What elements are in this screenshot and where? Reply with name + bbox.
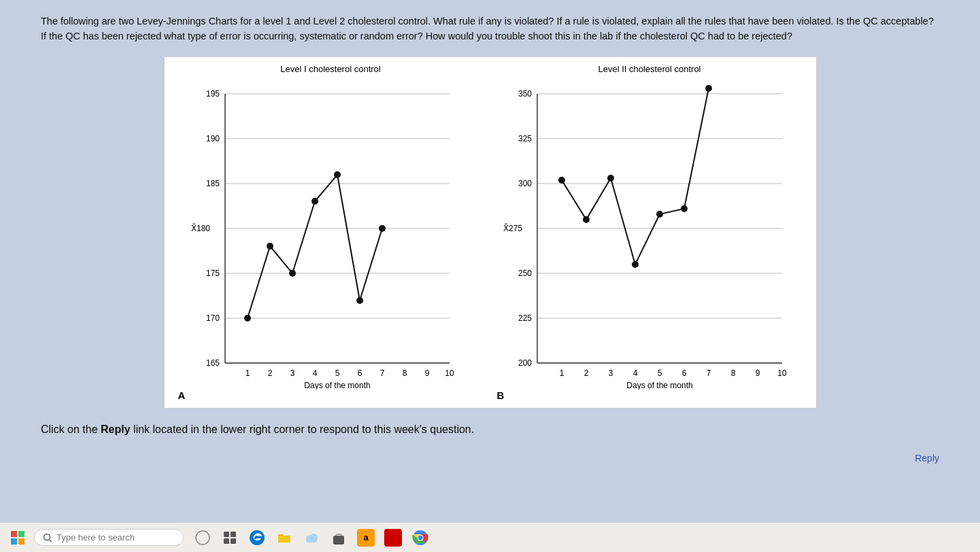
edge-browser-icon[interactable] — [245, 525, 269, 550]
svg-text:195: 195 — [206, 89, 220, 99]
svg-point-66 — [681, 205, 688, 212]
taskbar-search-input[interactable] — [56, 532, 165, 542]
svg-text:9: 9 — [756, 368, 760, 378]
svg-text:5: 5 — [335, 368, 340, 378]
svg-rect-78 — [231, 538, 236, 544]
svg-point-90 — [418, 535, 423, 540]
instruction-suffix: link located in the lower right corner t… — [131, 424, 475, 435]
svg-rect-84 — [333, 536, 344, 545]
shopping-bag-icon — [330, 529, 348, 547]
svg-text:Days of the month: Days of the month — [304, 381, 370, 390]
chart-b-wrapper: Level II cholesterol control 350 325 300 — [490, 64, 809, 390]
chart-label-b: B — [490, 390, 809, 401]
charts-container: Level I cholesterol control 195 190 — [164, 56, 817, 409]
svg-rect-71 — [18, 538, 24, 545]
svg-point-33 — [379, 225, 386, 232]
svg-point-29 — [289, 270, 296, 277]
svg-text:350: 350 — [518, 89, 532, 99]
svg-text:1: 1 — [560, 368, 564, 378]
cloud-icon — [303, 529, 320, 547]
svg-text:7: 7 — [707, 368, 711, 378]
weather-icon[interactable] — [299, 525, 324, 550]
amazon-icon[interactable]: a — [354, 525, 378, 550]
svg-point-27 — [244, 315, 251, 322]
folder-icon — [275, 529, 293, 547]
chart-b-svg: 350 325 300 X̄275 250 225 — [496, 77, 802, 390]
svg-text:1: 1 — [246, 368, 250, 378]
svg-text:8: 8 — [731, 368, 736, 378]
svg-text:Days of the month: Days of the month — [626, 381, 692, 390]
taskbar-icons: a — [190, 525, 433, 550]
svg-text:3: 3 — [609, 368, 613, 378]
svg-text:325: 325 — [518, 134, 532, 143]
svg-rect-77 — [224, 538, 229, 544]
start-button[interactable] — [5, 525, 30, 550]
search-icon — [43, 533, 52, 542]
svg-point-30 — [311, 198, 318, 205]
instruction-prefix: Click on the — [41, 424, 101, 435]
cortana-circle-icon — [195, 530, 210, 545]
svg-text:X̄180: X̄180 — [191, 224, 210, 233]
svg-text:2: 2 — [268, 368, 273, 378]
reply-section: Reply — [41, 445, 939, 470]
svg-point-79 — [250, 530, 265, 545]
svg-text:225: 225 — [518, 313, 532, 323]
svg-rect-70 — [11, 538, 17, 545]
svg-text:9: 9 — [425, 368, 430, 378]
task-view-icon[interactable] — [218, 525, 242, 550]
svg-text:8: 8 — [403, 368, 407, 378]
svg-text:185: 185 — [206, 179, 220, 188]
chart-label-a: A — [171, 390, 490, 401]
chrome-browser-icon — [411, 529, 429, 547]
svg-text:6: 6 — [358, 368, 362, 378]
chart-a-title: Level I cholesterol control — [280, 64, 380, 74]
svg-line-73 — [50, 539, 52, 542]
svg-rect-69 — [18, 531, 24, 537]
task-view-squares-icon — [222, 530, 237, 545]
chart-a-wrapper: Level I cholesterol control 195 190 — [171, 64, 490, 390]
taskbar-search-box[interactable] — [34, 529, 184, 546]
svg-text:170: 170 — [206, 313, 220, 323]
reply-link[interactable]: Reply — [915, 453, 939, 464]
svg-text:10: 10 — [777, 368, 787, 378]
question-text: The following are two Levey-Jennings Cha… — [41, 14, 939, 44]
store-icon[interactable] — [326, 525, 351, 550]
svg-point-74 — [196, 531, 209, 545]
svg-point-32 — [356, 297, 363, 304]
taskbar: a — [0, 522, 980, 552]
chrome-icon[interactable] — [408, 525, 433, 550]
svg-text:X̄275: X̄275 — [503, 224, 522, 233]
svg-rect-76 — [231, 532, 236, 537]
svg-text:2: 2 — [584, 368, 589, 378]
chart-b-title: Level II cholesterol control — [598, 64, 700, 74]
svg-text:7: 7 — [380, 368, 385, 378]
svg-text:6: 6 — [682, 368, 687, 378]
edge-icon — [248, 529, 266, 547]
svg-point-61 — [558, 177, 565, 184]
file-explorer-icon[interactable] — [272, 525, 297, 550]
red-app-icon[interactable] — [381, 525, 405, 550]
svg-point-31 — [334, 171, 341, 178]
svg-text:4: 4 — [633, 368, 638, 378]
chart-labels-row: A B — [171, 390, 809, 401]
svg-rect-80 — [278, 536, 290, 542]
svg-rect-68 — [11, 531, 17, 537]
svg-point-65 — [656, 211, 663, 218]
svg-text:175: 175 — [206, 269, 220, 278]
svg-text:250: 250 — [518, 269, 532, 278]
instruction-bold: Reply — [101, 424, 131, 435]
svg-point-62 — [583, 216, 590, 223]
cortana-icon[interactable] — [190, 525, 215, 550]
instruction-text: Click on the Reply link located in the l… — [41, 421, 939, 438]
svg-text:4: 4 — [313, 368, 318, 378]
svg-point-67 — [705, 85, 712, 92]
svg-text:5: 5 — [658, 368, 662, 378]
chart-a-svg: 195 190 185 X̄180 175 170 — [184, 77, 477, 390]
svg-rect-75 — [224, 532, 229, 537]
svg-point-64 — [632, 261, 639, 268]
svg-point-63 — [607, 175, 614, 182]
svg-point-72 — [44, 534, 50, 540]
svg-text:300: 300 — [518, 179, 532, 188]
svg-text:200: 200 — [518, 358, 532, 368]
windows-logo-icon — [11, 531, 24, 545]
